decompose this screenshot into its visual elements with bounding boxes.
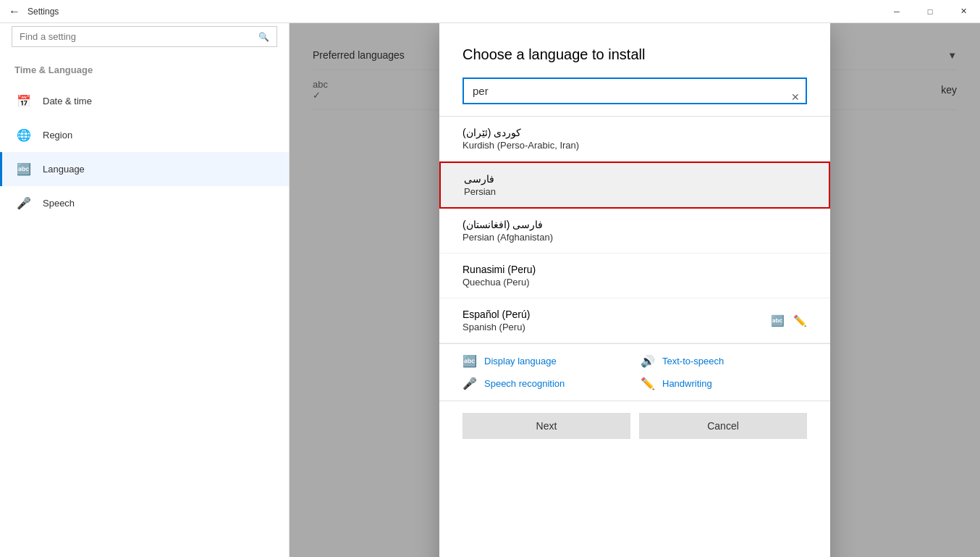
feature-handwriting-label: Handwriting xyxy=(662,378,712,389)
back-arrow-icon[interactable]: ← xyxy=(9,5,20,18)
minimize-button[interactable]: ─ xyxy=(880,0,913,23)
sidebar-item-label-region: Region xyxy=(43,130,72,141)
handwriting-icon: ✏️ xyxy=(641,377,655,390)
lang-native-persian: فارسی xyxy=(464,173,806,185)
sidebar: 🔍 Time & Language 📅 Date & time 🌐 Region… xyxy=(0,23,290,557)
language-search-input[interactable] xyxy=(462,78,807,104)
sidebar-search-input[interactable] xyxy=(20,31,253,42)
sidebar-item-region[interactable]: 🌐 Region xyxy=(0,118,289,152)
speech-icon: 🎤 xyxy=(17,196,31,210)
sidebar-item-label-speech: Speech xyxy=(43,198,75,209)
sidebar-section-title: Time & Language xyxy=(0,59,289,84)
language-icon: 🔤 xyxy=(17,162,31,176)
lang-row-espanol: Español (Perú) Spanish (Peru) 🔤 ✏️ xyxy=(462,309,807,332)
search-clear-button[interactable]: ✕ xyxy=(791,91,800,103)
lang-native-runasimi: Runasimi (Peru) xyxy=(462,264,807,275)
lang-native-persian-af: فارسی (افغانستان) xyxy=(462,219,807,230)
lang-item-runasimi[interactable]: Runasimi (Peru) Quechua (Peru) xyxy=(439,254,830,298)
sidebar-item-label-language: Language xyxy=(43,164,85,175)
lang-icons-espanol: 🔤 ✏️ xyxy=(771,314,807,327)
sidebar-item-speech[interactable]: 🎤 Speech xyxy=(0,186,289,220)
lang-english-persian: Persian xyxy=(464,186,806,197)
feature-display-language-label: Display language xyxy=(484,356,557,367)
text-to-speech-icon: 🔊 xyxy=(641,354,655,368)
feature-speech-recognition-label: Speech recognition xyxy=(484,378,565,389)
lang-item-persian-af[interactable]: فارسی (افغانستان) Persian (Afghanistan) xyxy=(439,209,830,254)
cancel-button[interactable]: Cancel xyxy=(639,413,807,439)
feature-display-language: 🔤 Display language xyxy=(462,354,629,368)
sidebar-search-icon: 🔍 xyxy=(258,32,269,42)
dialog-overlay: Choose a language to install ✕ کوردی (ئێ… xyxy=(290,23,980,557)
features-bar: 🔤 Display language 🔊 Text-to-speech 🎤 Sp… xyxy=(439,343,830,401)
feature-handwriting: ✏️ Handwriting xyxy=(641,377,807,390)
maximize-button[interactable]: □ xyxy=(913,0,947,23)
lang-text-espanol: Español (Perú) Spanish (Peru) xyxy=(462,309,530,332)
feature-text-to-speech: 🔊 Text-to-speech xyxy=(641,354,807,368)
dialog-search-wrapper: ✕ xyxy=(439,78,830,116)
lang-english-espanol: Spanish (Peru) xyxy=(462,322,530,332)
lang-item-espanol-peru[interactable]: Español (Perú) Spanish (Peru) 🔤 ✏️ xyxy=(439,298,830,343)
titlebar: ← Settings ─ □ ✕ xyxy=(0,0,980,23)
language-list: کوردی (ئێران) Kurdish (Perso-Arabic, Ira… xyxy=(439,116,830,343)
lang-english-persian-af: Persian (Afghanistan) xyxy=(462,232,807,243)
handwriting-icon-small: ✏️ xyxy=(793,314,807,327)
sidebar-item-language[interactable]: 🔤 Language xyxy=(0,152,289,186)
lang-item-persian[interactable]: فارسی Persian xyxy=(439,162,830,209)
region-icon: 🌐 xyxy=(17,128,31,142)
next-button[interactable]: Next xyxy=(462,413,630,439)
feature-speech-recognition: 🎤 Speech recognition xyxy=(462,377,629,390)
sidebar-item-label-date-time: Date & time xyxy=(43,96,92,106)
lang-item-kurdish-iran[interactable]: کوردی (ئێران) Kurdish (Perso-Arabic, Ira… xyxy=(439,117,830,162)
lang-native-espanol: Español (Perú) xyxy=(462,309,530,320)
dialog-footer: Next Cancel xyxy=(439,401,830,451)
feature-text-to-speech-label: Text-to-speech xyxy=(662,356,724,367)
date-time-icon: 📅 xyxy=(17,94,31,108)
display-language-icon: 🔤 xyxy=(462,354,477,368)
lang-english-kurdish-iran: Kurdish (Perso-Arabic, Iran) xyxy=(462,140,807,151)
titlebar-controls: ─ □ ✕ xyxy=(880,0,980,23)
sidebar-search-container: 🔍 xyxy=(12,26,277,47)
sidebar-item-date-time[interactable]: 📅 Date & time xyxy=(0,84,289,118)
display-language-icon-small: 🔤 xyxy=(771,314,785,327)
content-area: Preferred languages ▼ abc✓ key Choose a … xyxy=(290,23,980,557)
speech-recognition-icon: 🎤 xyxy=(462,377,477,390)
lang-native-kurdish-iran: کوردی (ئێران) xyxy=(462,127,807,138)
main-layout: 🔍 Time & Language 📅 Date & time 🌐 Region… xyxy=(0,23,980,557)
lang-english-runasimi: Quechua (Peru) xyxy=(462,277,807,288)
close-button[interactable]: ✕ xyxy=(947,0,980,23)
dialog-title: Choose a language to install xyxy=(439,23,830,78)
language-dialog: Choose a language to install ✕ کوردی (ئێ… xyxy=(439,23,830,557)
titlebar-title: Settings xyxy=(28,7,59,17)
titlebar-left: ← Settings xyxy=(0,5,59,18)
